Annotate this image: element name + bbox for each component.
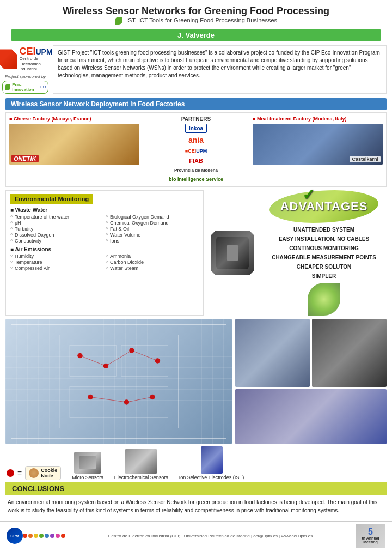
partners-center: PARTNERS Inkoa ania ■CEIUPM FIAB Provinc… xyxy=(142,116,250,183)
sensor-items-row: Micro Sensors Electrochemical Sensors Io… xyxy=(72,446,244,480)
partners-title: PARTNERS xyxy=(181,116,211,122)
ania-logo: ania xyxy=(185,135,207,146)
body-row: CEIUPM Centro deElectrónicaIndustrial Pr… xyxy=(0,43,392,96)
env-item: Turbidity xyxy=(10,226,103,232)
waste-col2: Biological Oxygen Demand Chemical Oxygen… xyxy=(106,214,199,244)
factory-photos-row xyxy=(235,319,387,387)
air-emissions-group: ■ Air Emissions Humidity Temperature Com… xyxy=(10,246,199,271)
author-bar: J. Valverde xyxy=(11,29,381,41)
color-dot-2 xyxy=(28,534,33,538)
onetik-brand: ONETIK xyxy=(11,155,39,162)
svg-rect-2 xyxy=(121,345,168,376)
env-item: Carbon Dioxide xyxy=(106,259,199,265)
micro-sensor-image xyxy=(74,452,101,474)
sensor-device-image xyxy=(211,231,254,275)
color-dot-7 xyxy=(56,534,60,538)
footer: UPM Centro de Electrónica Industrial (CE… xyxy=(0,521,392,550)
sponsor-label: Project sponsored by xyxy=(5,74,46,79)
adv-item: CONTINOUS MONITORING xyxy=(272,244,376,253)
politecnica-logo: UPM xyxy=(7,528,23,544)
air-col1: Humidity Temperature Compressed Air xyxy=(10,253,103,271)
factory1-label: ■ Cheese Factory (Macaye, France) xyxy=(9,116,139,122)
footer-color-bar xyxy=(23,534,65,538)
cookie-node-box: CookieNode xyxy=(25,466,61,480)
sponsor-panel: CEIUPM Centro deElectrónicaIndustrial Pr… xyxy=(2,45,48,94)
ise-sensor-item: Ion Selective Electrodes (ISE) xyxy=(179,446,244,480)
adv-item: SIMPLER xyxy=(272,271,376,281)
bio-service-logo: bio intelligence Service xyxy=(166,175,226,183)
env-monitoring-panel: Environmental Monitoring ■ Waste Water T… xyxy=(5,190,204,316)
svg-line-12 xyxy=(106,350,132,366)
blueprint-svg xyxy=(16,330,221,433)
env-item: Water Steam xyxy=(106,265,199,271)
conclusions-text: An environmental monitoring system based… xyxy=(0,496,392,519)
advantages-list: UNATTENDED SYSTEM EASY INSTALLATION. NO … xyxy=(272,225,376,281)
advantages-title: ADVANTAGES xyxy=(280,199,368,214)
env-item: Conductivity xyxy=(10,238,103,244)
env-item: Compressed Air xyxy=(10,265,103,271)
photos-right xyxy=(235,319,387,444)
castelkarni-brand: Castelkarni xyxy=(350,156,381,162)
micro-sensors-item: Micro Sensors xyxy=(72,452,103,480)
header: Wireless Sensor Networks for Greening Fo… xyxy=(0,0,392,27)
waste-water-title: ■ Waste Water xyxy=(10,207,199,213)
svg-line-14 xyxy=(90,397,127,402)
env-item: pH xyxy=(10,220,103,226)
leaf-icon xyxy=(115,17,122,25)
cheese-factory-image: ONETIK xyxy=(9,124,139,165)
env-item: Temperature of the water xyxy=(10,214,103,220)
adv-item: CHANGEABLE MEASUREMENT POINTS xyxy=(272,253,376,262)
factory2-col: ■ Meat treatment Factory (Modena, Italy)… xyxy=(253,116,383,183)
svg-line-15 xyxy=(126,397,152,402)
env-section: Environmental Monitoring ■ Waste Water T… xyxy=(5,190,387,316)
env-item: Biological Oxygen Demand xyxy=(106,214,199,220)
env-item: Fat & Oil xyxy=(106,226,199,232)
cookie-node-label: CookieNode xyxy=(41,468,57,479)
waste-col1: Temperature of the water pH Turbidity Di… xyxy=(10,214,103,244)
photo-section xyxy=(5,319,387,444)
footer-text: Centro de Electrónica Industrial (CEI) |… xyxy=(65,534,356,538)
ceiupm-logo: ■CEIUPM xyxy=(182,147,210,155)
provincia-logo: Provincia de Modena xyxy=(171,167,221,174)
factory1-col: ■ Cheese Factory (Macaye, France) ONETIK xyxy=(9,116,139,183)
advantages-oval: ✓ ADVANTAGES xyxy=(270,190,378,223)
checkmark-icon: ✓ xyxy=(302,186,315,204)
ise-sensor-image xyxy=(201,446,223,474)
header-subtitle: IST. ICT Tools for Greening Food Process… xyxy=(11,17,381,25)
color-dot-5 xyxy=(45,534,49,538)
color-dot-6 xyxy=(50,534,54,538)
conclusions-header: CONCLUSIONS xyxy=(5,482,387,495)
color-dot-3 xyxy=(34,534,38,538)
eco-leaf-icon xyxy=(5,84,10,90)
inkoa-logo: Inkoa xyxy=(185,124,207,133)
ise-sensor-label: Ion Selective Electrodes (ISE) xyxy=(179,475,244,480)
cookie-node-legend: = CookieNode xyxy=(7,466,61,480)
micro-sensor-label: Micro Sensors xyxy=(72,475,103,480)
env-item: Temperature xyxy=(10,259,103,265)
fiab-logo: FIAB xyxy=(186,156,206,165)
electrochem-sensor-item: Electrochemical Sensors xyxy=(114,449,168,480)
adv-item: EASY INSTALLATION. NO CABLES xyxy=(272,234,376,244)
cei-text: CEI xyxy=(19,46,35,57)
env-item: Humidity xyxy=(10,253,103,259)
sensor-legend-row: = CookieNode Micro Sensors Electrochemic… xyxy=(7,446,387,480)
blueprint-image xyxy=(5,319,232,444)
description-text: GIST Project "ICT tools greening food pr… xyxy=(58,50,380,78)
pipes-photo xyxy=(235,389,387,444)
advantages-panel: ✓ ADVANTAGES UNATTENDED SYSTEM EASY INST… xyxy=(261,190,387,316)
annual-meeting-badge: 5 th Annual Meeting xyxy=(356,524,385,548)
svg-rect-3 xyxy=(70,386,168,417)
waste-water-group: ■ Waste Water Temperature of the water p… xyxy=(10,207,199,244)
color-dot-1 xyxy=(23,534,27,538)
color-dot-8 xyxy=(61,534,65,538)
env-item: Ions xyxy=(106,238,199,244)
cookie-icon xyxy=(29,468,39,478)
meat-factory-image: Castelkarni xyxy=(253,124,383,165)
eco-badge: Eco-innovation EU xyxy=(2,81,48,94)
env-header: Environmental Monitoring xyxy=(10,194,93,204)
electrochem-sensor-label: Electrochemical Sensors xyxy=(114,475,168,480)
adv-item: CHEAPER SOLUTON xyxy=(272,262,376,271)
tank-photo xyxy=(312,319,387,387)
air-emissions-title: ■ Air Emissions xyxy=(10,246,199,252)
env-item: Ammonia xyxy=(106,253,199,259)
